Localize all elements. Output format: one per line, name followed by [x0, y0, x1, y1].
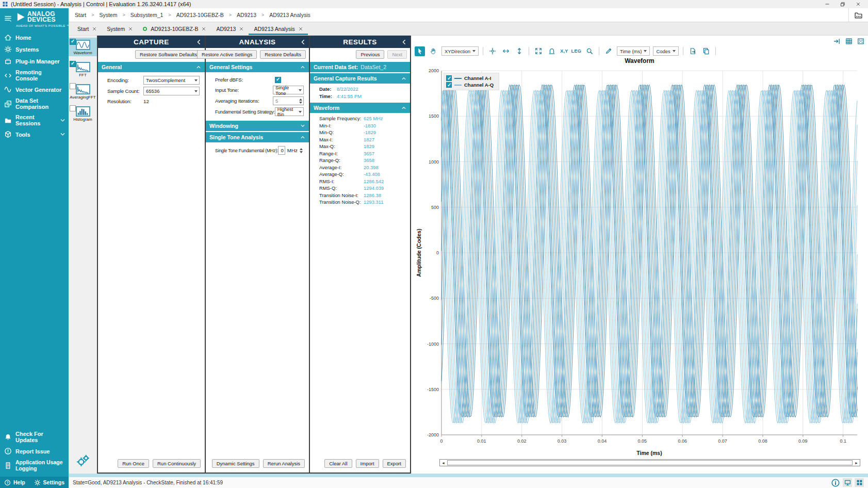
restore-software-defaults-button[interactable]: Restore Software Defaults: [135, 50, 202, 59]
spinner-arrows-icon[interactable]: [299, 148, 304, 153]
general-settings-section-header[interactable]: General Settings: [206, 62, 309, 72]
sidebar-item-check-for-updates[interactable]: Check For Updates: [0, 429, 69, 445]
histogram-checkbox[interactable]: [70, 105, 76, 111]
legend-toggle[interactable]: LEG: [571, 48, 581, 54]
sidebar-item-report-issue[interactable]: Report Issue: [0, 445, 69, 457]
view-item-waveform[interactable]: Waveform: [69, 38, 97, 56]
spinner-arrows-icon[interactable]: [298, 99, 303, 104]
zoom-extents-button[interactable]: [533, 46, 544, 56]
xy-readout-toggle[interactable]: X,Y: [560, 48, 568, 54]
export-button[interactable]: Export: [383, 459, 406, 468]
close-tab-icon[interactable]: [128, 27, 133, 31]
averagingfft-checkbox[interactable]: [70, 83, 76, 89]
waveform-results-section-header[interactable]: Waveform: [310, 103, 410, 113]
channel-a-i-checkbox[interactable]: [446, 75, 452, 81]
breadcrumb-item[interactable]: Subsystem_1: [129, 12, 165, 18]
select-cursor-button[interactable]: [415, 46, 425, 56]
prefer-dbfs-checkbox[interactable]: [275, 77, 281, 83]
view-item-fft[interactable]: FFT: [69, 60, 97, 78]
scrollbar-thumb[interactable]: [447, 460, 853, 465]
y-axis-units-dropdown[interactable]: Codes: [653, 46, 678, 56]
close-button[interactable]: [850, 0, 866, 8]
fft-checkbox[interactable]: [70, 61, 76, 67]
scroll-left-icon[interactable]: ◄: [440, 460, 447, 466]
single-tone-fundamental-input[interactable]: 0: [278, 146, 285, 155]
channel-a-q-checkbox[interactable]: [446, 82, 452, 88]
restore-button[interactable]: [835, 0, 850, 8]
help-button[interactable]: ?Help: [4, 479, 25, 486]
export-image-button[interactable]: [687, 46, 698, 56]
options-grid-icon[interactable]: [857, 38, 864, 45]
breadcrumb-item[interactable]: Start: [74, 12, 87, 18]
settings-button[interactable]: Settings: [34, 479, 64, 486]
general-capture-results-section-header[interactable]: General Capture Results: [310, 73, 410, 84]
single-tone-analysis-section-header[interactable]: Single Tone Analysis: [206, 132, 309, 142]
chart-horizontal-scrollbar[interactable]: ◄ ►: [439, 459, 860, 466]
tab-ad9213[interactable]: AD9213: [211, 22, 249, 35]
move-crosshair-button[interactable]: [487, 46, 498, 56]
sidebar-item-recent-sessions[interactable]: Recent Sessions: [0, 112, 69, 128]
tab-system[interactable]: System: [102, 22, 138, 35]
waveform-checkbox[interactable]: [70, 39, 76, 45]
xy-direction-dropdown[interactable]: XYDirection: [441, 46, 479, 56]
breadcrumb-item[interactable]: AD9213-10GEBZ-B: [175, 12, 225, 18]
dual-gears-icon[interactable]: [76, 454, 90, 467]
sidebar-item-tools[interactable]: Tools: [0, 128, 69, 140]
copy-button[interactable]: [701, 46, 711, 56]
tab-start[interactable]: Start: [72, 22, 102, 35]
tab-ad9213-10gebz-b[interactable]: AD9213-10GEBZ-B: [138, 22, 211, 35]
run-once-button[interactable]: Run Once: [118, 459, 149, 468]
clear-all-button[interactable]: Clear All: [324, 459, 352, 468]
input-tone-dropdown[interactable]: Single Tone: [273, 86, 304, 94]
encoding-dropdown[interactable]: TwosComplement: [143, 76, 200, 85]
next-button[interactable]: Next: [387, 50, 407, 59]
fundamental-setting-strategy-dropdown[interactable]: Highest Bin: [275, 107, 304, 116]
breadcrumb-item[interactable]: AD9213 Analysis: [268, 12, 311, 18]
restore-active-settings-button[interactable]: Restore Active Settings: [197, 50, 257, 59]
close-tab-icon[interactable]: [299, 27, 303, 31]
layout-grid-icon[interactable]: [855, 478, 864, 487]
view-item-averagingfft[interactable]: AveragingFFT: [69, 82, 97, 101]
sidebar-item-home[interactable]: Home: [0, 31, 69, 43]
collapse-panel-icon[interactable]: [833, 38, 841, 45]
pan-horizontal-button[interactable]: [501, 46, 511, 56]
windowing-section-header[interactable]: Windowing: [206, 121, 309, 131]
x-axis-units-dropdown[interactable]: Time (ms): [617, 46, 650, 56]
collapse-panel-chevron-icon[interactable]: [401, 39, 407, 45]
previous-button[interactable]: Previous: [356, 50, 384, 59]
annotate-button[interactable]: [603, 46, 614, 56]
general-section-header[interactable]: General: [98, 62, 205, 72]
rerun-analysis-button[interactable]: Rerun Analysis: [263, 459, 305, 468]
open-session-button[interactable]: [848, 8, 863, 22]
scroll-right-icon[interactable]: ►: [853, 460, 860, 466]
remote-display-icon[interactable]: [843, 478, 852, 487]
sidebar-item-systems[interactable]: Systems: [0, 43, 69, 55]
view-item-histogram[interactable]: Histogram: [69, 104, 97, 123]
sidebar-item-remoting-console[interactable]: Remoting Console: [0, 67, 69, 84]
collapse-panel-chevron-icon[interactable]: [300, 39, 306, 45]
dynamic-settings-button[interactable]: Dynamic Settings: [212, 459, 259, 468]
menu-hamburger-icon[interactable]: [4, 14, 12, 22]
pan-vertical-button[interactable]: [514, 46, 525, 56]
run-continuously-button[interactable]: Run Continuously: [153, 459, 201, 468]
close-tab-icon[interactable]: [202, 27, 206, 31]
sidebar-item-vector-generator[interactable]: Vector Generator: [0, 84, 69, 95]
waveform-chart[interactable]: 00.010.020.030.040.050.060.070.080.090.1…: [415, 66, 864, 458]
breadcrumb-item[interactable]: System: [98, 12, 118, 18]
close-tab-icon[interactable]: [239, 27, 243, 31]
fit-height-button[interactable]: [547, 46, 557, 56]
info-icon[interactable]: [831, 478, 840, 487]
zoom-window-button[interactable]: [584, 46, 595, 56]
restore-defaults-button[interactable]: Restore Defaults: [260, 50, 306, 59]
tab-ad9213-analysis[interactable]: AD9213 Analysis: [249, 22, 307, 35]
close-tab-icon[interactable]: [92, 27, 96, 31]
averaging-iterations-input[interactable]: 5: [273, 96, 304, 105]
grid-view-icon[interactable]: [845, 38, 853, 45]
sidebar-item-application-usage-logging[interactable]: Application Usage Logging: [0, 457, 69, 474]
sample-count-dropdown[interactable]: 65536: [143, 87, 200, 95]
sidebar-item-data-set-comparison[interactable]: Data Set Comparison: [0, 95, 69, 112]
breadcrumb-item[interactable]: AD9213: [236, 12, 257, 18]
sidebar-item-plugin-manager[interactable]: Plug-in Manager: [0, 55, 69, 67]
pan-hand-button[interactable]: [428, 46, 438, 56]
import-button[interactable]: Import: [356, 459, 379, 468]
